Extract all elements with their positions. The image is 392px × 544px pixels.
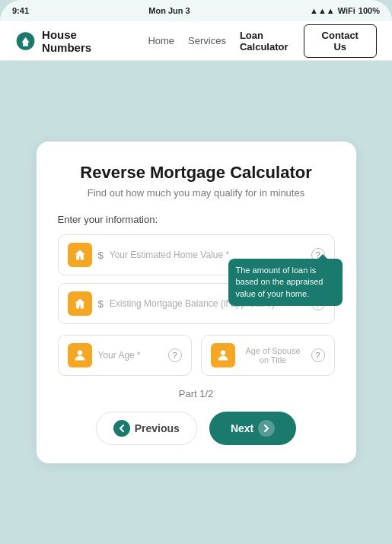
nav-home[interactable]: Home bbox=[148, 35, 174, 46]
spouse-age-label: Age of Spouse on Title bbox=[241, 346, 305, 364]
nav-services[interactable]: Services bbox=[188, 35, 226, 46]
mortgage-icon-bg bbox=[68, 291, 92, 316]
spouse-icon-bg bbox=[211, 343, 235, 367]
spouse-age-field[interactable]: Age of Spouse on Title ? bbox=[201, 335, 335, 376]
main-area: Reverse Mortgage Calculator Find out how… bbox=[0, 61, 392, 544]
prev-arrow-circle bbox=[113, 420, 130, 437]
home-icon-bg bbox=[68, 243, 92, 267]
spouse-age-info-icon[interactable]: ? bbox=[311, 348, 325, 362]
next-arrow-icon bbox=[262, 424, 271, 433]
part-indicator: Part 1/2 bbox=[58, 388, 335, 399]
svg-point-2 bbox=[220, 351, 225, 355]
spouse-person-icon bbox=[217, 349, 229, 361]
home-value-row: $ Your Estimated Home Value * ? The amou… bbox=[58, 234, 335, 275]
logo-text: House Numbers bbox=[42, 28, 126, 54]
person-icon bbox=[74, 349, 86, 361]
card-subtitle: Find out how much you may qualify for in… bbox=[58, 187, 335, 199]
button-row: Previous Next bbox=[58, 412, 335, 445]
nav-links: Home Services Loan Calculator bbox=[148, 30, 288, 52]
next-label: Next bbox=[231, 422, 253, 434]
your-age-field[interactable]: Your Age * ? bbox=[58, 335, 192, 376]
nav-loan-calculator[interactable]: Loan Calculator bbox=[240, 30, 288, 52]
mortgage-dollar: $ bbox=[98, 298, 104, 310]
signal-icon: ▲▲▲ bbox=[310, 6, 335, 15]
logo-icon bbox=[15, 30, 36, 52]
svg-point-1 bbox=[77, 351, 81, 355]
previous-label: Previous bbox=[135, 422, 180, 434]
status-time: 9:41 bbox=[12, 6, 29, 15]
navbar: House Numbers Home Services Loan Calcula… bbox=[0, 21, 392, 61]
next-button[interactable]: Next bbox=[209, 412, 296, 445]
previous-button[interactable]: Previous bbox=[96, 412, 197, 445]
section-label: Enter your information: bbox=[58, 214, 335, 225]
mortgage-icon bbox=[74, 297, 86, 310]
status-date: Mon Jun 3 bbox=[148, 6, 190, 15]
contact-button[interactable]: Contact Us bbox=[304, 24, 378, 58]
age-row: Your Age * ? Age of Spouse on Title ? bbox=[58, 335, 335, 376]
logo-area: House Numbers bbox=[15, 28, 126, 54]
calculator-card: Reverse Mortgage Calculator Find out how… bbox=[37, 142, 356, 463]
your-age-icon-bg bbox=[68, 343, 92, 367]
wifi-icon: WiFi bbox=[338, 6, 355, 15]
your-age-label: Your Age * bbox=[98, 350, 162, 361]
battery-icon: 100% bbox=[359, 6, 380, 15]
prev-arrow-icon bbox=[117, 424, 126, 433]
dollar-sign: $ bbox=[98, 250, 104, 261]
status-bar: 9:41 Mon Jun 3 ▲▲▲ WiFi 100% bbox=[0, 0, 392, 21]
home-value-tooltip: The amount of loan is based on the appra… bbox=[228, 259, 343, 306]
card-title: Reverse Mortgage Calculator bbox=[58, 163, 335, 183]
home-icon bbox=[74, 249, 86, 261]
status-indicators: ▲▲▲ WiFi 100% bbox=[310, 6, 380, 15]
next-arrow-circle bbox=[258, 420, 275, 437]
your-age-info-icon[interactable]: ? bbox=[168, 348, 182, 362]
